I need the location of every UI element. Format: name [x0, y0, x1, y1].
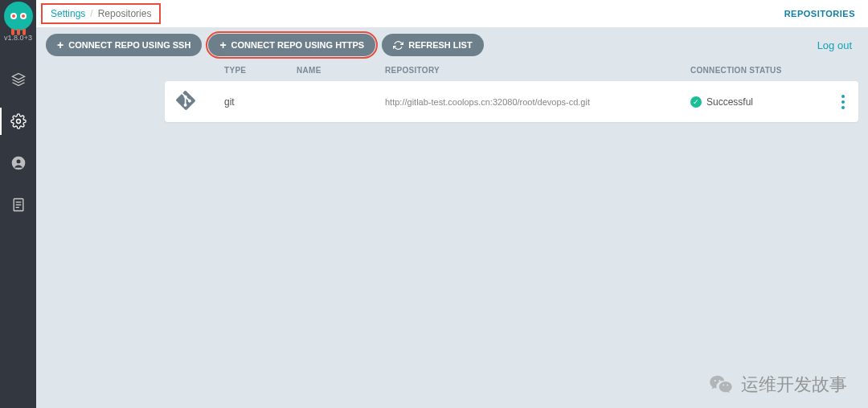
- svg-point-2: [16, 159, 20, 163]
- logout-link[interactable]: Log out: [817, 39, 852, 51]
- connect-https-label: CONNECT REPO USING HTTPS: [231, 40, 365, 50]
- breadcrumb-separator: /: [90, 8, 92, 19]
- nav-docs-icon[interactable]: [0, 191, 36, 218]
- sidebar: v1.8.0+3: [0, 0, 36, 408]
- connect-ssh-button[interactable]: + CONNECT REPO USING SSH: [46, 34, 202, 56]
- row-status: ✓ Successful: [690, 96, 827, 108]
- breadcrumb-settings[interactable]: Settings: [51, 8, 85, 19]
- status-label: Successful: [706, 96, 753, 108]
- svg-point-0: [16, 120, 20, 124]
- col-status: CONNECTION STATUS: [690, 66, 827, 75]
- nav-settings-icon[interactable]: [0, 108, 36, 135]
- refresh-button[interactable]: REFRESH LIST: [382, 34, 483, 56]
- table-row: git http://gitlab-test.coolops.cn:32080/…: [165, 81, 858, 122]
- refresh-icon: [393, 40, 403, 51]
- git-icon: [176, 91, 224, 112]
- col-repository: REPOSITORY: [385, 66, 690, 75]
- nav-user-icon[interactable]: [0, 149, 36, 177]
- connect-ssh-label: CONNECT REPO USING SSH: [68, 40, 190, 50]
- nav-stacks-icon[interactable]: [0, 66, 36, 93]
- table-header: TYPE NAME REPOSITORY CONNECTION STATUS: [165, 63, 858, 81]
- table-area: TYPE NAME REPOSITORY CONNECTION STATUS g…: [36, 63, 868, 132]
- refresh-label: REFRESH LIST: [408, 40, 472, 50]
- app-logo: [4, 2, 33, 31]
- row-repository: http://gitlab-test.coolops.cn:32080/root…: [385, 97, 690, 107]
- connect-https-button[interactable]: + CONNECT REPO USING HTTPS: [208, 34, 375, 56]
- check-icon: ✓: [690, 96, 702, 108]
- plus-icon: +: [57, 39, 63, 51]
- breadcrumb: Settings / Repositories: [41, 3, 161, 24]
- row-menu-button[interactable]: [827, 95, 859, 109]
- main-content: Settings / Repositories REPOSITORIES + C…: [36, 0, 868, 408]
- row-type: git: [224, 96, 297, 108]
- plus-icon: +: [219, 39, 226, 51]
- topbar: Settings / Repositories REPOSITORIES: [36, 0, 868, 27]
- col-name: NAME: [297, 66, 385, 75]
- breadcrumb-repositories: Repositories: [98, 8, 152, 19]
- repositories-link[interactable]: REPOSITORIES: [784, 9, 855, 18]
- actionbar: + CONNECT REPO USING SSH + CONNECT REPO …: [36, 27, 868, 63]
- col-type: TYPE: [224, 66, 297, 75]
